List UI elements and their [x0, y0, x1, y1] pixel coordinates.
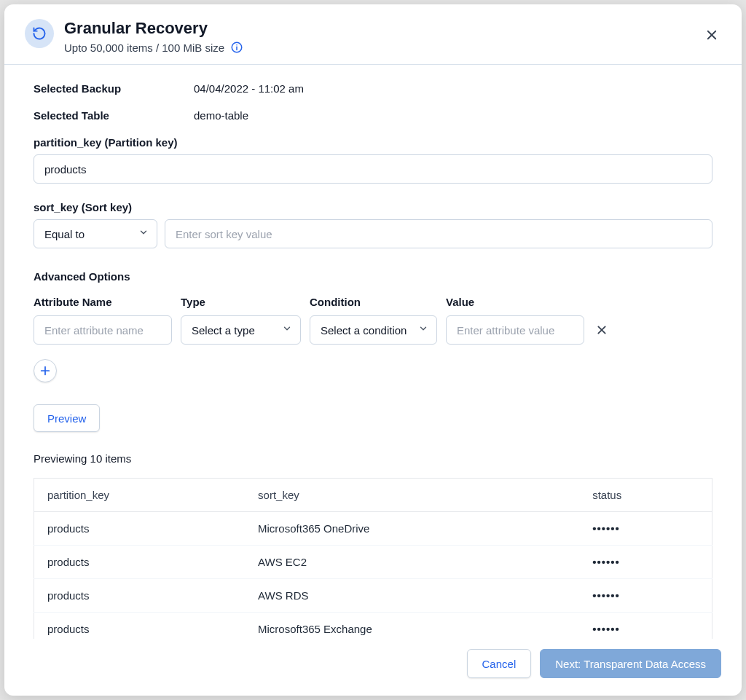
- selected-table-value: demo-table: [194, 109, 248, 122]
- selected-backup-label: Selected Backup: [34, 82, 194, 95]
- cell-sort-key: AWS RDS: [245, 579, 579, 613]
- attr-value-input[interactable]: [446, 315, 584, 345]
- table-row[interactable]: productsMicrosoft365 Exchange••••••: [34, 613, 712, 640]
- selected-backup-row: Selected Backup 04/04/2022 - 11:02 am: [34, 82, 712, 95]
- header-text: Granular Recovery Upto 50,000 items / 10…: [64, 19, 243, 54]
- preview-table: partition_key sort_key status productsMi…: [34, 478, 712, 639]
- cancel-button[interactable]: Cancel: [467, 649, 532, 678]
- sort-key-group: sort_key (Sort key) Equal to: [34, 201, 712, 248]
- attr-name-label: Attribute Name: [34, 296, 172, 308]
- sort-operator-value: Equal to: [44, 228, 85, 240]
- modal-header: Granular Recovery Upto 50,000 items / 10…: [4, 4, 742, 65]
- modal-body: Selected Backup 04/04/2022 - 11:02 am Se…: [4, 65, 742, 639]
- type-label: Type: [181, 296, 301, 308]
- cell-sort-key: Microsoft365 OneDrive: [245, 512, 579, 546]
- preview-button[interactable]: Preview: [34, 404, 100, 432]
- selected-backup-value: 04/04/2022 - 11:02 am: [194, 82, 304, 95]
- cell-status: ••••••: [579, 512, 712, 546]
- modal-title: Granular Recovery: [64, 19, 243, 38]
- table-row[interactable]: productsAWS RDS••••••: [34, 579, 712, 613]
- cell-sort-key: AWS EC2: [245, 546, 579, 579]
- sort-key-label: sort_key (Sort key): [34, 201, 712, 213]
- type-select-value: Select a type: [192, 324, 255, 337]
- table-row[interactable]: productsMicrosoft365 OneDrive••••••: [34, 512, 712, 546]
- col-partition-key: partition_key: [34, 479, 246, 512]
- cell-partition-key: products: [34, 579, 246, 613]
- condition-label: Condition: [310, 296, 437, 308]
- cell-status: ••••••: [579, 613, 712, 640]
- cell-status: ••••••: [579, 579, 712, 613]
- partition-key-label: partition_key (Partition key): [34, 136, 712, 149]
- selected-table-row: Selected Table demo-table: [34, 109, 712, 122]
- remove-filter-icon[interactable]: [593, 315, 610, 345]
- cell-status: ••••••: [579, 546, 712, 579]
- cell-partition-key: products: [34, 546, 246, 579]
- advanced-filter-row: Attribute Name Type Select a type Condit…: [34, 296, 712, 345]
- recovery-icon: [25, 19, 54, 48]
- cell-partition-key: products: [34, 512, 246, 546]
- attr-name-input[interactable]: [34, 315, 172, 345]
- preview-count-label: Previewing 10 items: [34, 452, 712, 465]
- add-filter-button[interactable]: [34, 359, 57, 382]
- table-row[interactable]: productsAWS EC2••••••: [34, 546, 712, 579]
- selected-table-label: Selected Table: [34, 109, 194, 122]
- modal-subtitle: Upto 50,000 items / 100 MiB size: [64, 42, 224, 54]
- sort-key-input[interactable]: [165, 219, 712, 248]
- partition-key-group: partition_key (Partition key): [34, 136, 712, 184]
- type-select[interactable]: Select a type: [181, 315, 301, 345]
- sort-operator-select[interactable]: Equal to: [34, 219, 157, 248]
- close-icon[interactable]: [702, 24, 721, 49]
- modal-footer: Cancel Next: Transparent Data Access: [4, 639, 742, 696]
- next-button[interactable]: Next: Transparent Data Access: [540, 649, 721, 678]
- cell-sort-key: Microsoft365 Exchange: [245, 613, 579, 640]
- info-icon[interactable]: [230, 41, 243, 54]
- col-status: status: [579, 479, 712, 512]
- condition-select[interactable]: Select a condition: [310, 315, 437, 345]
- partition-key-input[interactable]: [34, 154, 712, 184]
- recovery-modal: Granular Recovery Upto 50,000 items / 10…: [4, 4, 742, 696]
- value-label: Value: [446, 296, 584, 308]
- advanced-options-title: Advanced Options: [34, 270, 712, 283]
- col-sort-key: sort_key: [245, 479, 579, 512]
- cell-partition-key: products: [34, 613, 246, 640]
- condition-select-value: Select a condition: [321, 324, 407, 337]
